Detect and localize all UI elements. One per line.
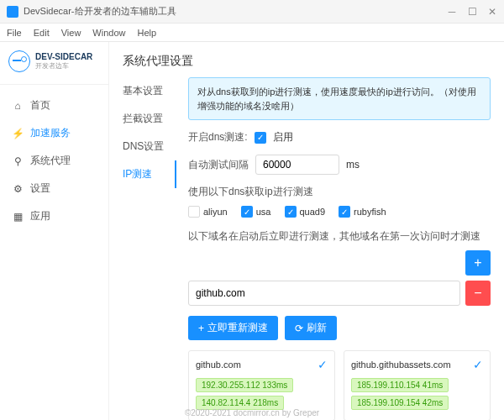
- remove-domain-button[interactable]: −: [465, 281, 491, 306]
- home-icon: ⌂: [12, 100, 24, 112]
- menu-help[interactable]: Help: [137, 28, 156, 38]
- refresh-icon: ⟳: [295, 323, 303, 334]
- check-icon: ✓: [473, 358, 483, 371]
- logo: DEV-SIDECAR 开发者边车: [0, 50, 108, 85]
- logo-icon: [8, 50, 30, 72]
- dns-rubyfish-checkbox[interactable]: ✓: [339, 206, 350, 218]
- logo-sub: 开发者边车: [35, 61, 92, 71]
- thunder-icon: ⚡: [12, 128, 24, 139]
- dns-quad9-checkbox[interactable]: ✓: [285, 206, 297, 218]
- retest-button[interactable]: +立即重新测速: [188, 316, 278, 340]
- interval-input[interactable]: [255, 155, 339, 175]
- menu-file[interactable]: File: [7, 28, 22, 38]
- sidebar-item-home[interactable]: ⌂首页: [0, 92, 108, 119]
- maximize-button[interactable]: ☐: [467, 7, 477, 17]
- check-icon: ✓: [318, 358, 328, 371]
- enable-text: 启用: [273, 130, 293, 144]
- copyright: ©2020-2021 docmirror.cn by Greper: [185, 408, 319, 417]
- tab-basic[interactable]: 基本设置: [123, 77, 176, 105]
- menu-edit[interactable]: Edit: [34, 28, 50, 38]
- dns-usa-checkbox[interactable]: ✓: [241, 206, 253, 218]
- tab-dns[interactable]: DNS设置: [123, 133, 176, 160]
- ip-tag: 185.199.110.154 41ms: [351, 378, 449, 392]
- ip-tag: 185.199.109.154 42ms: [351, 396, 449, 410]
- sidebar-item-accel[interactable]: ⚡加速服务: [0, 119, 108, 147]
- tabs: 基本设置 拦截设置 DNS设置 IP测速: [123, 77, 176, 420]
- enable-checkbox[interactable]: ✓: [255, 132, 266, 144]
- sidebar-item-proxy[interactable]: ⚲系统代理: [0, 147, 108, 175]
- plus-icon: +: [198, 323, 204, 334]
- sidebar: DEV-SIDECAR 开发者边车 ⌂首页 ⚡加速服务 ⚲系统代理 ⚙设置 ▦应…: [0, 42, 109, 420]
- dns-title: 使用以下dns获取ip进行测速: [188, 185, 491, 199]
- interval-label: 自动测试间隔: [188, 158, 249, 172]
- tab-pane: 对从dns获取到的ip进行测速，使用速度最快的ip进行访问。（对使用增强功能的域…: [176, 77, 491, 420]
- menu-window[interactable]: Window: [92, 28, 125, 38]
- interval-unit: ms: [346, 159, 360, 171]
- refresh-button[interactable]: ⟳刷新: [285, 316, 337, 340]
- ip-tag: 192.30.255.112 133ms: [196, 378, 293, 392]
- tab-ipspeed[interactable]: IP测速: [123, 160, 176, 188]
- gear-icon: ⚙: [12, 183, 24, 195]
- app-icon: [7, 6, 18, 18]
- domain-input[interactable]: [188, 281, 460, 306]
- dns-aliyun-checkbox[interactable]: [188, 206, 200, 218]
- tab-intercept[interactable]: 拦截设置: [123, 105, 176, 133]
- info-alert: 对从dns获取到的ip进行测速，使用速度最快的ip进行访问。（对使用增强功能的域…: [188, 77, 491, 120]
- proxy-icon: ⚲: [12, 155, 24, 167]
- window-title: DevSidecar-给开发者的边车辅助工具: [24, 5, 447, 18]
- sidebar-item-settings[interactable]: ⚙设置: [0, 175, 108, 202]
- title-bar: DevSidecar-给开发者的边车辅助工具 ─ ☐ ✕: [0, 0, 504, 24]
- add-domain-button[interactable]: +: [465, 250, 491, 276]
- minimize-button[interactable]: ─: [447, 7, 457, 17]
- logo-text: DEV-SIDECAR: [35, 52, 92, 61]
- app-icon: ▦: [12, 211, 24, 223]
- enable-label: 开启dns测速:: [188, 130, 248, 144]
- domains-title: 以下域名在启动后立即进行测速，其他域名在第一次访问时才测速: [188, 229, 491, 244]
- menu-bar: File Edit View Window Help: [0, 24, 504, 42]
- close-button[interactable]: ✕: [487, 7, 497, 17]
- sidebar-item-apps[interactable]: ▦应用: [0, 202, 108, 230]
- page-title: 系统代理设置: [123, 54, 491, 69]
- menu-view[interactable]: View: [61, 28, 81, 38]
- result-card: github.githubassets.com✓ 185.199.110.154…: [344, 350, 491, 420]
